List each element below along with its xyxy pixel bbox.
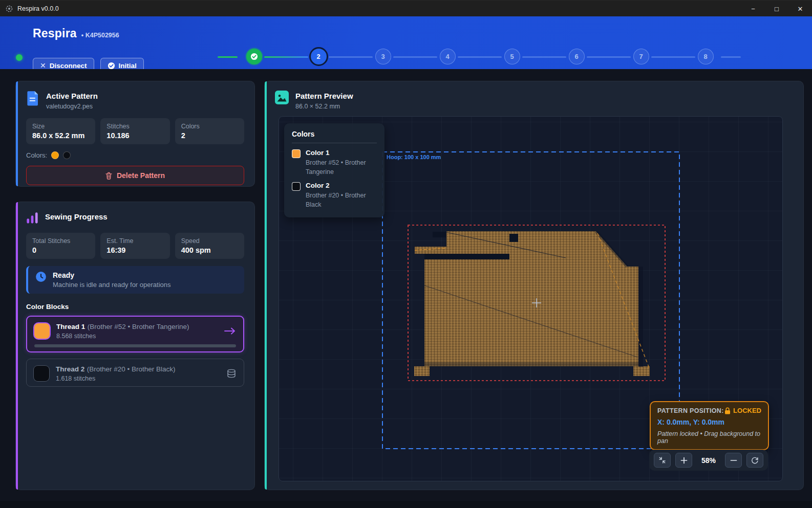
refresh-icon	[751, 456, 759, 464]
thread-swatch	[34, 323, 50, 339]
step-circle: 8	[698, 49, 714, 64]
legend-entry: Color 1 Brother #52 • Brother Tangerine	[292, 149, 377, 176]
fit-view-button[interactable]	[654, 453, 671, 468]
hoop-label: Hoop: 100 x 100 mm	[387, 154, 441, 160]
delete-pattern-button[interactable]: Delete Pattern	[26, 166, 244, 185]
app-icon	[5, 5, 13, 13]
app-name: Respira	[33, 27, 77, 40]
stepper-line	[651, 56, 695, 58]
pattern-position-overlay: PATTERN POSITION: LOCKED X: 0.0mm, Y: 0.…	[650, 401, 769, 450]
machine-status-box: Ready Machine is idle and ready for oper…	[26, 266, 244, 294]
stat-est-time: Est. Time 16:39	[100, 233, 169, 259]
stepper-line	[522, 56, 566, 58]
pattern-preview-card: Pattern Preview 86.0 × 52.2 mm	[264, 81, 804, 490]
stepper-line	[458, 56, 502, 58]
step-circle: 3	[375, 49, 391, 64]
embroidery-pattern[interactable]	[414, 231, 650, 376]
check-circle-icon	[108, 62, 115, 70]
file-icon	[26, 91, 39, 106]
compress-icon	[658, 456, 666, 464]
locked-badge: LOCKED	[724, 407, 761, 414]
color-swatch-1	[51, 151, 59, 159]
minimize-button[interactable]: −	[741, 1, 765, 16]
connection-status-dot	[16, 54, 23, 61]
card-title: Pattern Preview	[295, 91, 353, 100]
card-title: Sewing Progress	[45, 211, 108, 221]
arrow-right-icon	[224, 327, 236, 335]
thread-block-1[interactable]: Thread 1 (Brother #52 • Brother Tangerin…	[26, 316, 244, 352]
thread-progress-bar	[34, 344, 236, 347]
active-pattern-card: Active Pattern valetudogv2.pes Size 86.0…	[15, 81, 255, 187]
zoom-level: 58%	[697, 456, 720, 465]
title-bar: Respira v0.0.0 − □ ✕	[0, 0, 812, 16]
legend-swatch	[292, 149, 301, 158]
preview-dimensions: 86.0 × 52.2 mm	[295, 103, 353, 110]
color-swatch-2	[63, 151, 71, 159]
lock-icon	[724, 407, 731, 414]
app-header: Respira • K4P502956 ✕ Disconnect Initial	[0, 16, 812, 69]
legend-title: Colors	[292, 130, 377, 143]
zoom-out-button[interactable]	[725, 453, 742, 468]
colors-legend: Colors Color 1 Brother #52 • Brother Tan…	[284, 123, 384, 217]
card-title: Active Pattern	[46, 91, 98, 100]
stat-stitches: Stitches 10.186	[100, 118, 169, 144]
machine-serial: K4P502956	[86, 32, 119, 39]
bar-chart-icon	[26, 211, 38, 225]
legend-swatch	[292, 182, 301, 191]
image-icon	[275, 91, 289, 104]
colors-label: Colors:	[26, 151, 47, 159]
stepper-line	[721, 56, 741, 58]
maximize-button[interactable]: □	[765, 1, 788, 16]
plus-icon	[680, 457, 688, 464]
step-circle: 7	[633, 49, 649, 64]
stepper-line	[264, 56, 308, 58]
step-circle: 4	[440, 49, 456, 64]
thread-block-2[interactable]: Thread 2 (Brother #20 • Brother Black) 1…	[26, 359, 244, 387]
card-accent	[16, 81, 18, 186]
color-blocks-label: Color Blocks	[26, 303, 244, 311]
step-circle: 2	[309, 47, 328, 66]
clock-icon	[35, 271, 47, 282]
window-title: Respira v0.0.0	[17, 5, 59, 12]
check-icon	[250, 53, 258, 60]
reset-view-button[interactable]	[746, 453, 763, 468]
stat-size: Size 86.0 x 52.2 mm	[26, 118, 95, 144]
minus-icon	[730, 457, 737, 464]
stat-colors: Colors 2	[175, 118, 244, 144]
status-description: Machine is idle and ready for operations	[53, 281, 171, 289]
stepper-line	[393, 56, 437, 58]
pan-hint: Pattern locked • Drag background to pan	[657, 430, 761, 445]
status-title: Ready	[53, 271, 171, 279]
app-window: Respira v0.0.0 − □ ✕ Respira • K4P502956…	[0, 0, 812, 508]
window-bottom-edge	[0, 501, 812, 508]
thread-swatch	[34, 366, 49, 381]
main-content: Active Pattern valetudogv2.pes Size 86.0…	[0, 69, 812, 501]
trash-icon	[105, 172, 112, 180]
legend-entry: Color 2 Brother #20 • Brother Black	[292, 182, 377, 209]
card-accent	[16, 202, 18, 490]
stepper-line	[329, 56, 373, 58]
close-button[interactable]: ✕	[788, 1, 812, 16]
x-icon: ✕	[40, 61, 46, 70]
stat-total-stitches: Total Stitches 0	[26, 233, 95, 259]
preview-canvas[interactable]: Hoop: 100 x 100 mm	[279, 116, 783, 481]
stepper-line	[587, 56, 631, 58]
stepper-line	[218, 56, 238, 58]
layers-icon	[226, 368, 237, 379]
stat-speed: Speed 400 spm	[175, 233, 244, 259]
step-circle	[246, 49, 262, 64]
zoom-in-button[interactable]	[675, 453, 692, 468]
step-circle: 6	[569, 49, 585, 64]
sewing-progress-card: Sewing Progress Total Stitches 0 Est. Ti…	[15, 202, 255, 490]
position-label: PATTERN POSITION:	[657, 407, 724, 414]
pattern-filename: valetudogv2.pes	[46, 103, 98, 110]
step-circle: 5	[504, 49, 520, 64]
card-accent	[265, 81, 267, 490]
pattern-coordinates: X: 0.0mm, Y: 0.0mm	[657, 418, 761, 426]
zoom-controls: 58%	[649, 450, 768, 471]
